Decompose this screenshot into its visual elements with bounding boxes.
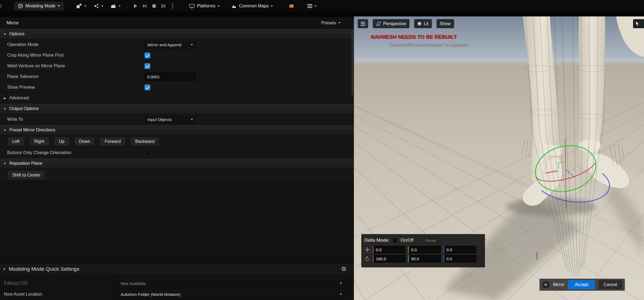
- stop-button[interactable]: [149, 2, 159, 10]
- select-mode-button[interactable]: [633, 19, 644, 28]
- panel-title: Mirror: [7, 20, 19, 26]
- show-dropdown[interactable]: Show: [437, 19, 454, 28]
- direction-up-button[interactable]: Up: [54, 137, 69, 146]
- cancel-button[interactable]: Cancel: [599, 280, 622, 289]
- delta-panel-header: Delta Mode: On/Off Reset: [364, 236, 482, 244]
- direction-left-button[interactable]: Left: [7, 137, 25, 146]
- cursor-icon: [635, 21, 640, 27]
- operation-mode-dropdown[interactable]: Mirror and Append: [145, 41, 196, 49]
- direction-backward-button[interactable]: Backward: [130, 137, 159, 146]
- row-advanced[interactable]: ▶ Advanced: [0, 93, 354, 103]
- section-preset-directions[interactable]: ▼ Preset Mirror Directions: [0, 125, 354, 135]
- blueprints-button[interactable]: [91, 1, 106, 11]
- cinematics-button[interactable]: [108, 1, 123, 11]
- frame-skip-icon: [143, 4, 147, 8]
- new-asset-location-label: New Asset Location: [0, 292, 42, 297]
- add-content-icon: [76, 3, 82, 9]
- row-editing-lod: Editing LOD Max Available: [0, 278, 354, 289]
- main-menu-button[interactable]: [305, 1, 319, 11]
- lit-mode-dropdown[interactable]: Lit: [414, 19, 432, 28]
- blueprints-icon: [94, 3, 99, 9]
- new-asset-location-dropdown[interactable]: AutoGen Folder (World-Relative): [118, 290, 345, 299]
- editing-lod-dropdown[interactable]: Max Available: [118, 279, 345, 288]
- delta-reset-button[interactable]: Reset: [421, 237, 441, 244]
- collapse-triangle-icon: ▼: [3, 268, 6, 271]
- direction-forward-button[interactable]: Forward: [100, 137, 126, 146]
- direction-down-button[interactable]: Down: [74, 137, 95, 146]
- viewport-topbar: Perspective Lit Show: [358, 19, 454, 28]
- panel-header: Mirror Presets: [0, 17, 354, 29]
- advanced-label: Advanced: [9, 96, 29, 100]
- delta-translate-x[interactable]: 0.0: [373, 246, 406, 253]
- shift-to-center-button[interactable]: Shift to Center: [7, 171, 45, 180]
- chevron-down-icon: [340, 294, 342, 295]
- perspective-icon: [376, 22, 381, 26]
- viewport-menu-button[interactable]: [358, 19, 368, 28]
- delta-rotate-x[interactable]: 180.0: [373, 255, 406, 262]
- common-maps-label: Common Maps: [239, 4, 268, 8]
- buttons-only-checkbox[interactable]: [145, 150, 150, 156]
- delta-rotate-z[interactable]: 0.0: [443, 255, 476, 262]
- more-options-kebab[interactable]: [168, 2, 177, 10]
- crop-along-checkbox[interactable]: [145, 53, 150, 58]
- platforms-icon: [189, 4, 195, 9]
- show-preview-checkbox[interactable]: [145, 85, 150, 90]
- play-icon: [133, 4, 138, 8]
- content-bridge-icon: [288, 3, 295, 9]
- plane-tolerance-input[interactable]: [145, 73, 196, 81]
- window-edge-label: 5: [0, 4, 3, 8]
- delta-translate-y[interactable]: 0.0: [408, 246, 441, 253]
- frame-skip-button[interactable]: [140, 2, 149, 10]
- play-to-button[interactable]: [159, 2, 168, 10]
- chevron-down-icon: [314, 5, 317, 7]
- section-options[interactable]: ▼ Options: [0, 29, 354, 39]
- delta-translate-z[interactable]: 0.0: [443, 246, 476, 253]
- viewport-3d[interactable]: Perspective Lit Show NAVMESH NEEDS TO BE…: [354, 16, 644, 300]
- active-tool-name: Mirror: [553, 282, 565, 287]
- section-reposition-label: Reposition Plane: [9, 161, 42, 166]
- common-maps-icon: [231, 4, 237, 8]
- play-button[interactable]: [131, 2, 140, 10]
- panel-scrollbar[interactable]: [351, 29, 353, 95]
- modeling-mode-icon: [18, 3, 23, 9]
- delta-translate-x-value: 0.0: [376, 247, 382, 252]
- weld-vertices-checkbox[interactable]: [145, 63, 150, 69]
- chevron-down-icon: [119, 5, 121, 7]
- section-output-label: Output Options: [9, 106, 39, 111]
- gear-icon[interactable]: ⚙: [341, 266, 346, 272]
- write-to-dropdown[interactable]: Input Objects: [145, 115, 196, 123]
- delta-mode-panel: Delta Mode: On/Off Reset 0.0 0.0 0.0: [361, 234, 485, 267]
- common-maps-dropdown[interactable]: Common Maps: [229, 1, 275, 11]
- play-to-icon: [161, 4, 166, 8]
- row-buttons-only: Buttons Only Change Orientation: [0, 148, 354, 158]
- section-options-label: Options: [9, 31, 24, 36]
- accept-button[interactable]: Accept: [568, 280, 595, 289]
- chevron-down-icon: [271, 5, 273, 7]
- section-output-options[interactable]: ▼ Output Options: [0, 103, 354, 114]
- platforms-dropdown[interactable]: Platforms: [187, 1, 222, 11]
- delta-translate-y-value: 0.0: [411, 247, 417, 252]
- operation-mode-value: Mirror and Append: [148, 42, 181, 47]
- section-reposition-plane[interactable]: ▼ Reposition Plane: [0, 158, 354, 169]
- perspective-dropdown[interactable]: Perspective: [373, 19, 409, 28]
- stop-icon: [152, 4, 156, 8]
- collapse-triangle-icon: ▼: [3, 33, 7, 36]
- chevron-down-icon: [84, 5, 86, 7]
- presets-dropdown[interactable]: Presets: [321, 21, 340, 25]
- delta-rotate-row: 180.0 90.0 0.0: [364, 255, 482, 262]
- mirror-tool-panel: Mirror Presets ▼ Options Operation Mode …: [0, 17, 354, 300]
- show-label: Show: [440, 21, 451, 26]
- content-bridge-button[interactable]: [286, 1, 297, 11]
- chevron-down-icon: [57, 5, 60, 7]
- modeling-mode-selector[interactable]: Modeling Mode: [14, 1, 64, 11]
- toolbar-divider: [181, 2, 181, 10]
- direction-right-button[interactable]: Right: [29, 137, 49, 146]
- add-content-button[interactable]: [74, 1, 89, 11]
- lit-sphere-icon: [417, 22, 422, 26]
- delta-translate-z-value: 0.0: [446, 247, 452, 252]
- quick-settings-header[interactable]: ▼ Modeling Mode Quick Settings ⚙: [0, 263, 354, 275]
- kebab-icon: [172, 3, 174, 9]
- delta-mode-checkbox[interactable]: [392, 238, 398, 243]
- section-preset-directions-label: Preset Mirror Directions: [9, 128, 55, 132]
- delta-rotate-y[interactable]: 90.0: [408, 255, 441, 262]
